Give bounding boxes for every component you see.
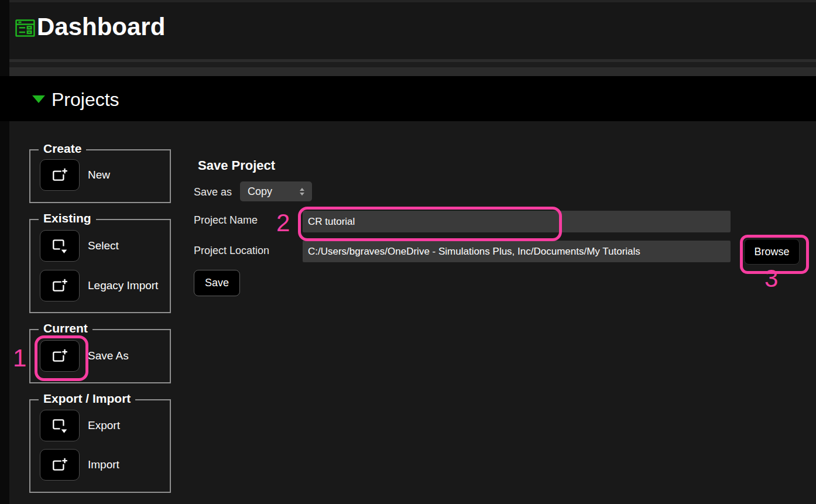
project-name-input[interactable] xyxy=(303,211,731,232)
save-as-label: Save as xyxy=(194,186,232,198)
form-title: Save Project xyxy=(198,158,275,173)
app-window: Dashboard Projects Create New Existing xyxy=(0,0,816,504)
save-as-dropdown[interactable]: Copy xyxy=(240,181,312,201)
annotation-number-1: 1 xyxy=(13,344,26,372)
legacy-import-button[interactable] xyxy=(40,270,80,301)
select-project-icon xyxy=(51,417,68,434)
dashboard-grid-icon xyxy=(15,18,36,39)
group-create: Create New xyxy=(29,149,171,203)
item-label-export: Export xyxy=(88,419,120,432)
group-legend: Current xyxy=(39,321,92,335)
group-legend: Export / Import xyxy=(39,392,135,406)
item-label-select: Select xyxy=(88,239,119,252)
sidebar-item-legacy-import: Legacy Import xyxy=(40,270,158,301)
import-button[interactable] xyxy=(40,449,80,481)
projects-section-band xyxy=(0,76,816,121)
export-button[interactable] xyxy=(40,410,80,441)
group-export-import: Export / Import Export xyxy=(29,399,171,493)
save-as-dropdown-value: Copy xyxy=(248,186,300,198)
separator-band-3 xyxy=(9,67,816,76)
new-project-icon xyxy=(51,166,68,184)
spinner-arrows-icon[interactable] xyxy=(300,188,304,196)
sidebar-item-export: Export xyxy=(40,410,120,441)
save-button[interactable]: Save xyxy=(194,270,240,296)
triangle-down-icon[interactable] xyxy=(32,95,45,103)
sidebar-item-save-as: Save As xyxy=(40,340,129,372)
annotation-number-3: 3 xyxy=(764,265,778,293)
section-title-projects: Projects xyxy=(52,89,119,111)
item-label-legacy-import: Legacy Import xyxy=(88,279,158,292)
group-existing: Existing Select xyxy=(29,219,171,313)
new-project-icon xyxy=(51,277,68,294)
sidebar-item-select: Select xyxy=(40,230,119,262)
group-legend: Create xyxy=(39,142,86,156)
save-as-button[interactable] xyxy=(40,340,80,372)
project-name-label: Project Name xyxy=(194,214,258,227)
item-label-new: New xyxy=(88,169,110,181)
select-project-icon xyxy=(51,237,68,255)
separator-band-2 xyxy=(9,62,816,67)
group-legend: Existing xyxy=(39,211,96,225)
sidebar-item-import: Import xyxy=(40,449,119,481)
new-project-icon xyxy=(51,347,68,365)
item-label-import: Import xyxy=(88,458,119,471)
annotation-number-2: 2 xyxy=(276,209,290,237)
browse-button[interactable]: Browse xyxy=(744,239,800,265)
new-project-icon xyxy=(51,456,68,474)
new-button[interactable] xyxy=(40,159,80,191)
select-button[interactable] xyxy=(40,230,80,262)
project-location-label: Project Location xyxy=(194,245,269,257)
page-title: Dashboard xyxy=(37,13,165,41)
item-label-save-as: Save As xyxy=(88,349,129,362)
project-location-input[interactable] xyxy=(303,241,731,262)
group-current: Current Save As xyxy=(29,329,171,383)
sidebar-item-new: New xyxy=(40,159,110,191)
